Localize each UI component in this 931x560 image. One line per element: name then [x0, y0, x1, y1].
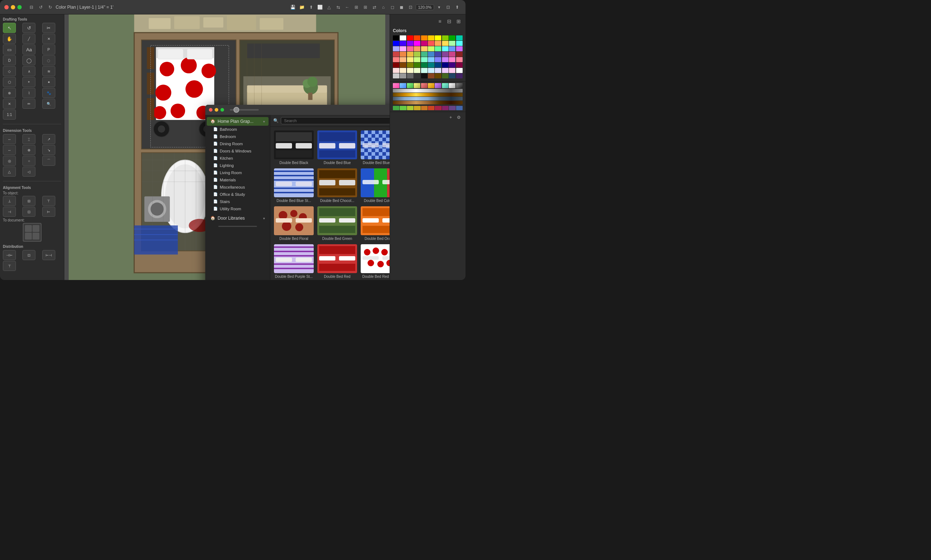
color-swatch[interactable] [442, 52, 448, 57]
settings-color-button[interactable]: ⚙ [455, 114, 463, 122]
color-swatch[interactable] [456, 46, 463, 51]
tri-dim-tool[interactable]: △ [3, 166, 16, 177]
sliders-icon[interactable]: ≡ [436, 17, 444, 25]
list-item[interactable]: Double Bed Red Polka [359, 243, 389, 280]
color-swatch[interactable] [449, 41, 455, 46]
color-swatch[interactable] [421, 63, 428, 68]
maximize-button[interactable] [17, 5, 22, 9]
dist-top-tool[interactable]: ⊤ [3, 261, 16, 271]
pan-tool[interactable]: ✋ [3, 34, 16, 44]
color-swatch[interactable] [393, 57, 399, 62]
rect-tool[interactable]: ▭ [3, 45, 16, 55]
folder-icon[interactable]: 📁 [298, 3, 306, 11]
color-swatch[interactable] [407, 68, 414, 73]
orange-gradient-swatch[interactable] [428, 83, 434, 88]
document-align-grid[interactable] [23, 223, 42, 242]
layers-icon[interactable]: ⊟ [445, 17, 453, 25]
color-swatch[interactable] [428, 52, 434, 57]
silver-gradient-strip[interactable] [393, 89, 463, 92]
yellow-gradient-swatch[interactable] [414, 83, 420, 88]
align-left-tool[interactable]: ⊣ [3, 207, 16, 217]
color-swatch[interactable] [456, 68, 463, 73]
list-item[interactable]: Double Bed Blue St... [272, 167, 315, 204]
color-swatch[interactable] [449, 63, 455, 68]
hex-tool[interactable]: ⬡ [3, 77, 16, 87]
color-swatch[interactable] [435, 63, 441, 68]
color-swatch[interactable] [421, 68, 428, 73]
color-swatch[interactable] [435, 73, 441, 78]
sidebar-item-office-study[interactable]: 📄 Office & Study [205, 191, 270, 198]
arrange-icon[interactable]: ⊞ [362, 3, 369, 11]
search-input[interactable] [281, 117, 389, 124]
color-swatch[interactable] [400, 63, 406, 68]
color-swatch[interactable] [400, 35, 406, 40]
trim-tool[interactable]: ✂ [42, 23, 55, 33]
node-tool[interactable]: ⌖ [22, 77, 35, 87]
cut-tool[interactable]: ✕ [42, 34, 55, 44]
violet-strip[interactable] [449, 106, 455, 110]
list-item[interactable]: Double Bed Colour... [359, 167, 389, 204]
sidebar-item-doors-windows[interactable]: 📄 Doors & Windows [205, 148, 270, 155]
color-swatch[interactable] [449, 46, 455, 51]
sidebar-item-kitchen[interactable]: 📄 Kitchen [205, 155, 270, 162]
color-swatch[interactable] [407, 35, 414, 40]
color-swatch[interactable] [421, 41, 428, 46]
list-item[interactable]: Double Bed Green [316, 205, 359, 242]
circ-dim-tool[interactable]: ○ [22, 156, 35, 166]
door-libraries-group[interactable]: 🏠 Door Libraries ▾ [207, 214, 269, 223]
lib-close-button[interactable] [209, 108, 212, 112]
add-color-button[interactable]: + [447, 114, 455, 122]
zoom-dropdown-icon[interactable]: ▾ [435, 3, 443, 11]
scale-tool[interactable]: 1:1 [3, 109, 16, 120]
sidebar-item-living-room[interactable]: 📄 Living Room [205, 169, 270, 176]
color-swatch[interactable] [400, 52, 406, 57]
diag-dim-tool[interactable]: ↗ [42, 134, 55, 144]
color-swatch[interactable] [414, 35, 420, 40]
minimize-button[interactable] [11, 5, 15, 9]
white-gradient-swatch[interactable] [449, 83, 455, 88]
3d-icon[interactable]: ◻ [389, 3, 397, 11]
crimson-strip[interactable] [435, 106, 441, 110]
dist-left-tool[interactable]: ⊣⊢ [3, 250, 16, 260]
list-item[interactable]: Double Bed Chocol... [316, 167, 359, 204]
color-swatch[interactable] [442, 57, 448, 62]
color-swatch[interactable] [414, 46, 420, 51]
grid-icon[interactable]: ⊞ [352, 3, 360, 11]
color-swatch[interactable] [428, 63, 434, 68]
arc-dim-tool[interactable]: ⌒ [42, 156, 55, 166]
center-dim-tool[interactable]: ⊕ [22, 145, 35, 155]
color-swatch[interactable] [393, 68, 399, 73]
color-swatch[interactable] [428, 73, 434, 78]
color-swatch[interactable] [421, 57, 428, 62]
select-tool[interactable]: ↖ [3, 23, 16, 33]
color-swatch[interactable] [400, 73, 406, 78]
color-swatch[interactable] [435, 57, 441, 62]
view-icon[interactable]: ⬜ [316, 3, 324, 11]
blue-gradient-swatch[interactable] [400, 83, 406, 88]
steel-gradient-strip[interactable] [393, 97, 463, 100]
line-tool[interactable]: ╱ [22, 34, 35, 44]
arrow-dim-tool[interactable]: ◁ [22, 166, 35, 177]
red-gradient-swatch[interactable] [421, 83, 428, 88]
color-swatch[interactable] [393, 35, 399, 40]
color-swatch[interactable] [421, 46, 428, 51]
color-swatch[interactable] [407, 63, 414, 68]
color-swatch[interactable] [421, 52, 428, 57]
color-swatch[interactable] [400, 41, 406, 46]
circle-tool[interactable]: ◯ [22, 55, 35, 65]
color-swatch[interactable] [442, 73, 448, 78]
maroon-strip[interactable] [442, 106, 448, 110]
angle-dim-tool[interactable]: ↘ [42, 145, 55, 155]
list-item[interactable]: Double Bed Blue [316, 129, 359, 166]
share-icon[interactable]: ⬆ [453, 3, 461, 11]
color-swatch[interactable] [407, 52, 414, 57]
color-swatch[interactable] [428, 46, 434, 51]
arc-tool[interactable]: ◌ [42, 55, 55, 65]
color-swatch[interactable] [428, 35, 434, 40]
purple-gradient-swatch[interactable] [435, 83, 441, 88]
olive-strip[interactable] [414, 106, 420, 110]
list-item[interactable]: Double Bed Blue Sq... [359, 129, 389, 166]
color-swatch[interactable] [414, 68, 420, 73]
color-swatch[interactable] [421, 35, 428, 40]
horiz2-dim-tool[interactable]: ↔ [3, 145, 16, 155]
